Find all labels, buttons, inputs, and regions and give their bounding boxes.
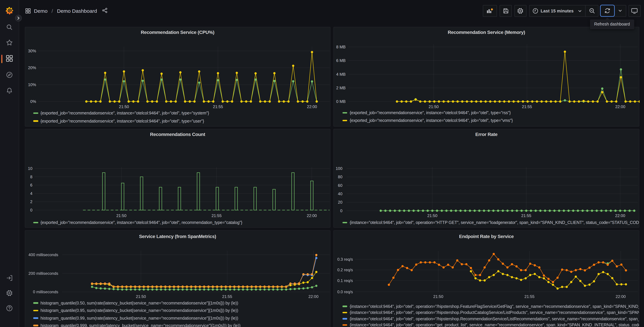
svg-text:0.0 req/s: 0.0 req/s [337,290,353,294]
svg-text:400 milliseconds: 400 milliseconds [28,252,58,257]
svg-text:4 MB: 4 MB [336,72,346,76]
svg-text:22:00: 22:00 [615,104,625,109]
svg-text:80: 80 [338,175,342,179]
svg-text:10%: 10% [28,82,36,87]
svg-text:21:50: 21:50 [429,104,439,109]
svg-text:2 MB: 2 MB [336,86,346,90]
svg-text:0 MB: 0 MB [336,99,346,104]
svg-text:21:50: 21:50 [119,104,129,109]
svg-text:21:55: 21:55 [222,294,232,299]
svg-text:0 milliseconds: 0 milliseconds [33,290,58,294]
svg-text:100: 100 [336,166,342,171]
svg-text:21:50: 21:50 [116,213,126,218]
svg-text:21:55: 21:55 [524,294,534,299]
svg-text:21:55: 21:55 [522,104,532,109]
svg-text:21:50: 21:50 [428,213,438,218]
svg-text:0.1 req/s: 0.1 req/s [337,278,353,283]
svg-text:10: 10 [28,166,32,171]
svg-text:20%: 20% [28,66,36,70]
svg-text:6 MB: 6 MB [336,58,346,63]
svg-text:21:50: 21:50 [433,294,444,299]
svg-text:60: 60 [338,183,342,188]
svg-text:22:00: 22:00 [308,294,318,299]
svg-text:0.3 req/s: 0.3 req/s [337,257,353,261]
svg-text:22:00: 22:00 [615,213,625,218]
svg-text:21:55: 21:55 [213,104,223,109]
svg-text:200 milliseconds: 200 milliseconds [28,271,58,276]
svg-text:0.2 req/s: 0.2 req/s [337,268,353,272]
svg-text:30%: 30% [28,49,36,53]
svg-text:8 MB: 8 MB [336,45,346,49]
svg-text:2: 2 [30,200,32,204]
svg-text:21:55: 21:55 [211,213,222,218]
svg-text:6: 6 [30,183,32,188]
svg-text:8: 8 [30,174,32,179]
svg-text:0: 0 [30,208,32,212]
svg-text:22:00: 22:00 [616,294,626,299]
svg-text:0: 0 [340,208,342,213]
svg-text:0%: 0% [30,99,36,104]
svg-text:20: 20 [338,200,342,205]
svg-text:21:55: 21:55 [521,213,531,218]
svg-text:40: 40 [338,192,342,196]
svg-text:21:50: 21:50 [136,294,146,299]
svg-text:4: 4 [30,191,32,196]
svg-text:22:00: 22:00 [307,104,317,109]
svg-text:22:00: 22:00 [306,213,317,218]
